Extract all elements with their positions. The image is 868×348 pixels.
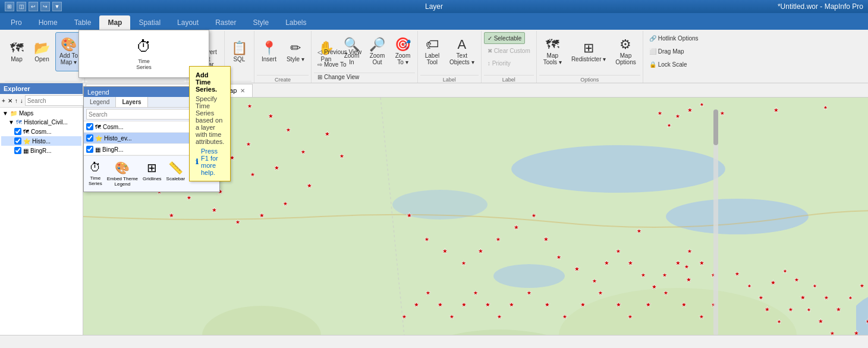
svg-text:★: ★	[246, 140, 251, 148]
map-tools-button[interactable]: 🗺 MapTools ▾	[539, 32, 566, 71]
tree-layer-cosm[interactable]: 🗺 Cosm...	[1, 127, 81, 136]
svg-text:★: ★	[496, 313, 502, 320]
selectable-button[interactable]: ✓ Selectable	[484, 32, 526, 44]
title-bar-left: ⊞ ◫ ↩ ↪ ▼	[5, 2, 62, 11]
layer-row-bing-check[interactable]	[86, 146, 93, 153]
priority-button[interactable]: ↕ Priority	[484, 57, 514, 69]
layer-cosm-checkbox[interactable]	[14, 128, 21, 135]
tree-layer-bing[interactable]: ▦ BingR...	[1, 146, 81, 155]
svg-text:★: ★	[543, 235, 549, 243]
legend-title: Legend	[87, 89, 109, 96]
tree-layer-histo[interactable]: ⭐ Histo...	[1, 136, 81, 146]
add-theme-dropdown: ⏱ TimeSeries Add Time Series. Specify Ti…	[78, 30, 209, 78]
tree-maps-root[interactable]: ▼ 📁 Maps	[1, 109, 81, 118]
svg-text:★: ★	[627, 259, 634, 267]
legend-search-input[interactable]	[86, 109, 205, 120]
add-scalebar[interactable]: 📏 Scalebar	[164, 158, 188, 189]
svg-text:★: ★	[235, 218, 241, 225]
svg-text:★: ★	[848, 294, 853, 301]
svg-text:★: ★	[495, 236, 501, 243]
layer-histo-checkbox[interactable]	[14, 137, 21, 145]
svg-point-1	[511, 145, 725, 193]
legend-tab-layers[interactable]: Layers	[116, 97, 147, 107]
sql-icon: 📋	[231, 42, 247, 55]
hotlink-icon: 🔗	[649, 35, 656, 42]
svg-text:★: ★	[531, 212, 537, 219]
svg-text:★: ★	[627, 313, 633, 320]
drag-map-icon: ⬜	[649, 48, 656, 55]
style-button[interactable]: ✏ Style ▾	[282, 32, 309, 71]
window-title: *Untitled.wor - MapInfo Pro	[778, 2, 863, 11]
tab-spatial[interactable]: Spatial	[130, 15, 169, 30]
tab-layout[interactable]: Layout	[169, 15, 207, 30]
text-objects-button[interactable]: A TextObjects ▾	[445, 32, 479, 71]
layer-bing-icon: ▦	[23, 148, 29, 154]
tab-map[interactable]: Map	[99, 15, 130, 30]
tab-labels[interactable]: Labels	[277, 15, 315, 30]
explorer-add-btn[interactable]: +	[1, 95, 6, 106]
svg-text:★: ★	[747, 283, 752, 289]
explorer-toolbar: + ✕ ↑ ↓	[0, 94, 83, 108]
previous-icon: ◁	[317, 49, 322, 55]
ribbon-group-map: 🗺 Map 📂 Open 🎨 Add ToMap ▾	[2, 31, 85, 83]
svg-rect-128	[713, 109, 718, 145]
change-view-icon: ⊞	[317, 74, 322, 80]
add-time-series[interactable]: ⏱ TimeSeries	[86, 158, 105, 189]
svg-text:★: ★	[544, 300, 551, 309]
svg-text:★: ★	[800, 293, 806, 302]
explorer-remove-btn[interactable]: ✕	[7, 95, 13, 106]
clear-custom-button[interactable]: ✖ Clear Custom	[484, 45, 534, 57]
explorer-up-btn[interactable]: ↑	[14, 95, 18, 106]
explorer-tree: ▼ 📁 Maps ▼ 🗺 Historical_Civil... 🗺 Cosm.…	[0, 108, 83, 335]
add-embed-theme[interactable]: 🎨 Embed ThemeLegend	[105, 158, 140, 189]
svg-text:★: ★	[461, 259, 467, 267]
svg-text:★: ★	[666, 122, 672, 128]
label-tool-button[interactable]: 🏷 LabelTool	[420, 32, 444, 71]
legend-tab-legend[interactable]: Legend	[84, 97, 116, 107]
svg-text:★: ★	[580, 300, 586, 309]
map-tab-close[interactable]: ✕	[239, 87, 246, 94]
lock-scale-button[interactable]: 🔒 Lock Scale	[646, 58, 691, 70]
change-view-button[interactable]: ⊞ Change View	[314, 71, 415, 83]
layer-row-cosm-check[interactable]	[86, 123, 93, 130]
redistricter-button[interactable]: ⊞ Redistricter ▾	[567, 32, 610, 71]
layer-row-histo-check[interactable]	[86, 134, 93, 142]
label-group-label: Label	[420, 75, 479, 83]
ribbon-group-extras: 🔗 Hotlink Options ⬜ Drag Map 🔒 Lock Scal…	[643, 31, 705, 83]
map-options-icon: ⚙	[619, 38, 631, 51]
open-icon: 📂	[34, 42, 50, 55]
drag-map-button[interactable]: ⬜ Drag Map	[646, 45, 688, 57]
svg-text:★: ★	[273, 164, 280, 172]
text-objects-icon: A	[457, 38, 466, 51]
tab-style[interactable]: Style	[244, 15, 277, 30]
svg-text:★: ★	[282, 200, 288, 207]
title-bar: ⊞ ◫ ↩ ↪ ▼ Layer *Untitled.wor - MapInfo …	[0, 0, 868, 13]
tooltip-body: Specify Time Series based on a layer wit…	[196, 95, 224, 145]
svg-text:★: ★	[339, 152, 345, 159]
explorer-header: Explorer	[0, 83, 83, 94]
tab-home[interactable]: Home	[30, 15, 66, 30]
previous-view-button[interactable]: ◁ Previous View	[314, 46, 415, 58]
hotlink-options-button[interactable]: 🔗 Hotlink Options	[646, 32, 702, 44]
insert-button[interactable]: 📍 Insert	[257, 32, 281, 71]
svg-text:★: ★	[770, 278, 776, 287]
add-gridlines[interactable]: ⊞ Gridlines	[140, 158, 164, 189]
svg-text:★: ★	[449, 313, 455, 320]
status-bar	[0, 335, 868, 348]
explorer-down-btn[interactable]: ↓	[20, 95, 24, 106]
time-series-label: TimeSeries	[136, 58, 152, 70]
selectable-icon: ✓	[488, 35, 492, 42]
ribbon-tabs: Pro Home Table Map Spatial Layout Raster…	[0, 13, 868, 30]
layer-bing-label: BingR...	[30, 148, 80, 154]
tab-raster[interactable]: Raster	[207, 15, 244, 30]
tab-table[interactable]: Table	[66, 15, 100, 30]
move-to-button[interactable]: ⇨ Move To	[314, 58, 415, 70]
map-options-button[interactable]: ⚙ MapOptions	[611, 32, 640, 71]
tree-map-item[interactable]: ▼ 🗺 Historical_Civil...	[1, 118, 81, 127]
svg-text:★: ★	[592, 277, 597, 284]
tab-pro[interactable]: Pro	[2, 15, 30, 30]
open-button[interactable]: 📂 Open	[30, 32, 54, 71]
map-button[interactable]: 🗺 Map	[5, 32, 29, 71]
svg-text:★: ★	[574, 265, 580, 273]
layer-bing-checkbox[interactable]	[14, 147, 21, 154]
